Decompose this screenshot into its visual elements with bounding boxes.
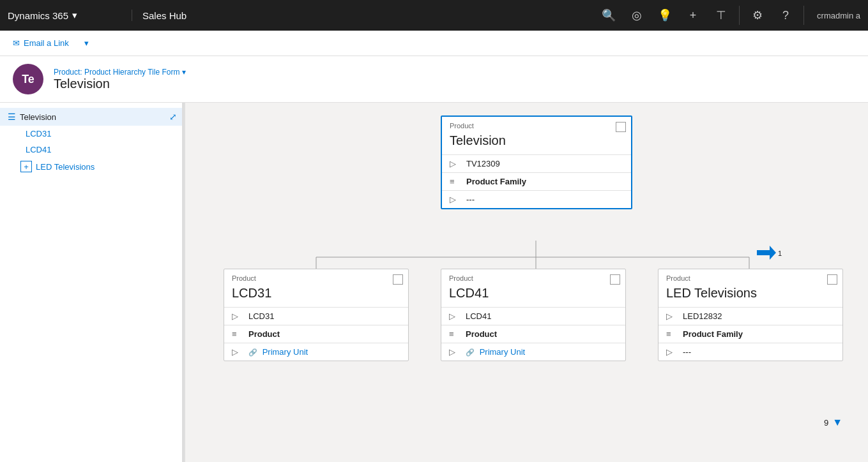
email-dropdown-button[interactable]: ▾	[79, 36, 94, 50]
tile-lcd31-row1-value: LCD31	[248, 311, 274, 321]
tile-root-row2-value: Product Family	[466, 177, 526, 186]
plus-icon-btn[interactable]: +	[680, 0, 706, 31]
settings-icon-btn[interactable]: ⚙	[745, 0, 770, 31]
svg-marker-5	[757, 246, 776, 260]
lightbulb-icon-btn[interactable]: 💡	[652, 0, 678, 31]
tile-led-header: Product	[659, 269, 842, 285]
tile-checkbox-led[interactable]	[827, 274, 837, 285]
tile-led-row2: ≡ Product Family	[659, 325, 842, 343]
tile-led-row3-icon: ▷	[666, 347, 676, 357]
email-link-button[interactable]: ✉ Email a Link	[8, 36, 74, 50]
plus-box-icon: +	[20, 161, 32, 172]
tile-led-row1-icon: ▷	[666, 311, 676, 321]
tile-root-row3-icon: ▷	[450, 195, 460, 204]
tile-lcd31-row2-value: Product	[248, 329, 280, 339]
tile-led-row3-value: ---	[683, 347, 691, 357]
tile-root-header: Product	[442, 117, 631, 132]
sidebar-root-label: Television	[20, 112, 56, 122]
canvas: 1 Product Television ▷ TV12309 ≡ Product…	[185, 103, 868, 462]
tile-checkbox-root[interactable]	[616, 122, 626, 132]
tile-lcd31-title[interactable]: LCD31	[224, 285, 408, 307]
sidebar-item-lcd41[interactable]: LCD41	[0, 142, 185, 158]
tile-lcd31-row3-icon: ▷	[232, 347, 242, 357]
tile-root-row1: ▷ TV12309	[442, 154, 631, 172]
sidebar-resize-handle[interactable]	[182, 103, 185, 462]
svg-text:1: 1	[778, 250, 782, 257]
tile-lcd31-row3: ▷ 🔗 Primary Unit	[224, 343, 408, 361]
tile-root-row2: ≡ Product Family	[442, 172, 631, 190]
user-menu[interactable]: crmadmin a	[809, 11, 868, 20]
tile-lcd41-row3-icon: ▷	[449, 347, 459, 357]
sidebar-item-led-televisions[interactable]: + LED Televisions	[0, 158, 185, 175]
tile-led-row1-value: LED12832	[683, 311, 722, 321]
tile-lcd41: Product LCD41 ▷ LCD41 ≡ Product ▷ 🔗 Prim…	[441, 269, 626, 361]
tile-led-row3: ▷ ---	[659, 343, 842, 361]
external-link-icon[interactable]: ⤢	[169, 112, 177, 122]
tile-checkbox-lcd41[interactable]	[610, 274, 620, 285]
email-link-label: Email a Link	[24, 38, 69, 48]
tile-lcd41-row2: ≡ Product	[441, 325, 625, 343]
form-chevron-icon: ▾	[182, 68, 186, 77]
tile-lcd31-row2: ≡ Product	[224, 325, 408, 343]
tile-root-row3: ▷ ---	[442, 190, 631, 208]
form-selector[interactable]: Product: Product Hierarchy Tile Form ▾	[54, 68, 186, 77]
tile-root-row3-value: ---	[466, 195, 475, 204]
sidebar: ☰ Television ⤢ LCD31 LCD41 + LED Televis…	[0, 103, 185, 462]
tile-lcd31-row1: ▷ LCD31	[224, 307, 408, 325]
tile-checkbox-lcd31[interactable]	[393, 274, 403, 285]
header-info: Product: Product Hierarchy Tile Form ▾ T…	[54, 68, 186, 91]
tile-lcd41-title[interactable]: LCD41	[441, 285, 625, 307]
brand-chevron: ▾	[72, 10, 77, 21]
main-layout: ☰ Television ⤢ LCD31 LCD41 + LED Televis…	[0, 103, 868, 462]
tile-lcd31: Product LCD31 ▷ LCD31 ≡ Product ▷ 🔗 Prim…	[224, 269, 409, 361]
email-icon: ✉	[13, 38, 20, 48]
sidebar-menu-icon: ☰	[8, 112, 16, 122]
tile-lcd31-row1-icon: ▷	[232, 311, 242, 321]
help-icon-btn[interactable]: ?	[773, 0, 798, 31]
sidebar-led-label: LED Televisions	[36, 162, 95, 172]
app-name: Sales Hub	[132, 10, 187, 21]
tile-led-row2-icon: ≡	[666, 329, 676, 339]
tile-lcd41-row3-value[interactable]: 🔗 Primary Unit	[466, 347, 525, 357]
tile-root-row1-value: TV12309	[466, 159, 500, 168]
nav-right: 🔍 ◎ 💡 + ⊤ ⚙ ? crmadmin a	[596, 0, 868, 31]
search-icon-btn[interactable]: 🔍	[596, 0, 621, 31]
tile-lcd31-header: Product	[224, 269, 408, 285]
filter-icon-btn[interactable]: ⊤	[708, 0, 734, 31]
top-nav: Dynamics 365 ▾ Sales Hub 🔍 ◎ 💡 + ⊤ ⚙ ? c…	[0, 0, 868, 31]
tile-lcd31-row3-value[interactable]: 🔗 Primary Unit	[248, 347, 308, 357]
hierarchy-container: 1 Product Television ▷ TV12309 ≡ Product…	[198, 116, 855, 435]
tile-lcd41-header: Product	[441, 269, 625, 285]
toolbar: ✉ Email a Link ▾	[0, 31, 868, 56]
tile-root-title[interactable]: Television	[442, 132, 631, 154]
brand-button[interactable]: Dynamics 365 ▾	[8, 10, 132, 21]
tile-lcd41-row1-value: LCD41	[466, 311, 491, 321]
pagination-page: 9	[824, 418, 828, 428]
sidebar-lcd31-label: LCD31	[26, 129, 51, 138]
tile-lcd41-row1-icon: ▷	[449, 311, 459, 321]
tile-lcd31-row2-icon: ≡	[232, 329, 242, 339]
sidebar-item-television[interactable]: ☰ Television ⤢	[0, 108, 185, 126]
target-icon-btn[interactable]: ◎	[624, 0, 650, 31]
page-header: Te Product: Product Hierarchy Tile Form …	[0, 56, 868, 103]
avatar: Te	[13, 64, 43, 94]
brand-label: Dynamics 365	[8, 10, 68, 21]
pagination-down-button[interactable]: ▼	[832, 417, 842, 428]
tile-led-title[interactable]: LED Televisions	[659, 285, 842, 307]
dropdown-chevron-icon: ▾	[84, 38, 89, 48]
tile-root-row2-icon: ≡	[450, 177, 460, 186]
pagination-bar: 9 ▼	[824, 417, 842, 428]
form-label: Product: Product Hierarchy Tile Form	[54, 68, 179, 77]
sidebar-item-lcd31[interactable]: LCD31	[0, 126, 185, 142]
tile-lcd41-row1: ▷ LCD41	[441, 307, 625, 325]
tile-led-televisions: Product LED Televisions ▷ LED12832 ≡ Pro…	[658, 269, 843, 361]
tile-led-row2-value: Product Family	[683, 329, 743, 339]
tile-lcd41-row2-icon: ≡	[449, 329, 459, 339]
page-title: Television	[54, 77, 186, 91]
nav-divider2	[803, 6, 804, 25]
tile-lcd41-row3: ▷ 🔗 Primary Unit	[441, 343, 625, 361]
tile-led-row1: ▷ LED12832	[659, 307, 842, 325]
tile-television: Product Television ▷ TV12309 ≡ Product F…	[441, 116, 632, 209]
tile-lcd41-row2-value: Product	[466, 329, 497, 339]
tile-root-row1-icon: ▷	[450, 159, 460, 168]
